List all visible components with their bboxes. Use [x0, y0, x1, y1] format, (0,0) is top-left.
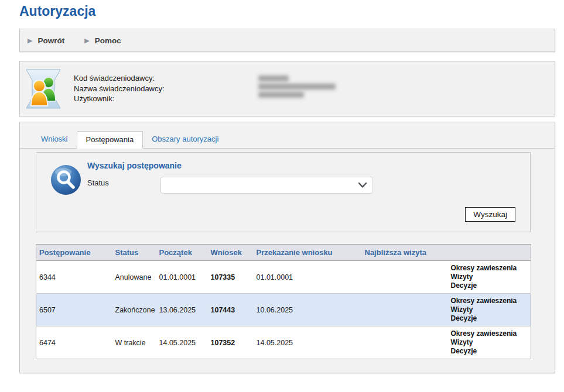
link-decyzje[interactable]: Decyzje [451, 347, 528, 356]
cell-wniosek: 107443 [208, 294, 254, 326]
chevron-down-icon [358, 183, 367, 188]
user-value-redacted [258, 92, 304, 98]
status-label: Status [87, 178, 109, 187]
link-wizyty[interactable]: Wizyty [451, 338, 528, 347]
col-header-wniosek: Wniosek [208, 245, 254, 261]
cell-postepowanie: 6507 [36, 294, 112, 326]
col-header-przekazanie-wniosku: Przekazanie wniosku [254, 245, 362, 261]
arrow-right-icon: ▶ [28, 37, 32, 44]
link-okresy-zawieszenia[interactable]: Okresy zawieszenia [451, 264, 528, 273]
provider-name-value-redacted [258, 84, 336, 90]
search-button[interactable]: Wyszukaj [465, 207, 515, 222]
page: Autoryzacja ▶ Powrót ▶ Pomoc [0, 0, 564, 373]
users-group-icon [25, 68, 61, 109]
toolbar: ▶ Powrót ▶ Pomoc [19, 29, 555, 52]
cell-poczatek: 13.06.2025 [156, 294, 208, 326]
cell-najblizsza-wizyta [362, 261, 448, 294]
link-wizyty[interactable]: Wizyty [451, 273, 528, 281]
cell-status: Zakończone [112, 294, 156, 326]
link-decyzje[interactable]: Decyzje [451, 281, 528, 290]
cell-poczatek: 14.05.2025 [156, 326, 208, 359]
cell-wniosek: 107335 [208, 261, 254, 294]
provider-name-label: Nazwa świadczeniodawcy: [74, 84, 258, 94]
col-header-status: Status [112, 245, 156, 261]
provider-code-label: Kod świadczeniodawcy: [74, 73, 258, 84]
status-select[interactable] [160, 177, 373, 194]
search-heading: Wyszukaj postępowanie [87, 161, 182, 170]
table-header-row: Postępowanie Status Początek Wniosek Prz… [36, 245, 531, 261]
cell-wniosek: 107352 [208, 326, 254, 359]
tab-obszary-autoryzacji[interactable]: Obszary autoryzacji [143, 131, 227, 149]
back-button-label: Powrót [37, 36, 64, 45]
link-decyzje[interactable]: Decyzje [451, 314, 528, 323]
help-button-label: Pomoc [95, 36, 121, 45]
tab-postepowania[interactable]: Postępowania [77, 131, 143, 149]
cell-poczatek: 01.01.0001 [156, 261, 208, 294]
provider-info-panel: Kod świadczeniodawcy: Nazwa świadczeniod… [19, 61, 555, 116]
page-title: Autoryzacja [19, 4, 555, 19]
arrow-right-icon: ▶ [84, 37, 89, 44]
provider-code-value-redacted [258, 75, 289, 81]
cell-przekazanie: 01.01.0001 [254, 261, 362, 294]
cell-postepowanie: 6344 [36, 261, 112, 294]
table-row: 6507 Zakończone 13.06.2025 107443 10.06.… [36, 294, 531, 326]
back-button[interactable]: ▶ Powrót [28, 36, 64, 45]
cell-najblizsza-wizyta [362, 294, 448, 326]
col-header-actions [448, 245, 531, 261]
main-panel: Wnioski Postępowania Obszary autoryzacji [19, 122, 555, 373]
cell-status: Anulowane [112, 261, 156, 294]
col-header-najblizsza-wizyta: Najbliższa wizyta [362, 245, 448, 261]
table-row: 6474 W trakcie 14.05.2025 107352 14.05.2… [36, 326, 531, 359]
cell-przekazanie: 14.05.2025 [254, 326, 362, 359]
help-button[interactable]: ▶ Pomoc [84, 36, 121, 45]
link-okresy-zawieszenia[interactable]: Okresy zawieszenia [451, 329, 528, 338]
cell-status: W trakcie [112, 326, 156, 359]
col-header-poczatek: Początek [156, 245, 208, 261]
cell-najblizsza-wizyta [362, 326, 448, 359]
search-panel: Wyszukaj postępowanie Status Wyszukaj [36, 152, 531, 232]
col-header-postepowanie: Postępowanie [36, 245, 112, 261]
user-label: Użytkownik: [74, 94, 258, 104]
magnifier-icon [50, 164, 81, 195]
table-row: 6344 Anulowane 01.01.0001 107335 01.01.0… [36, 261, 531, 294]
link-wizyty[interactable]: Wizyty [451, 305, 528, 314]
cell-postepowanie: 6474 [36, 326, 112, 359]
link-okresy-zawieszenia[interactable]: Okresy zawieszenia [451, 297, 528, 305]
cell-przekazanie: 10.06.2025 [254, 294, 362, 326]
tab-bar: Wnioski Postępowania Obszary autoryzacji [20, 122, 555, 149]
tab-wnioski[interactable]: Wnioski [32, 131, 77, 149]
results-table: Postępowanie Status Początek Wniosek Prz… [36, 244, 531, 359]
